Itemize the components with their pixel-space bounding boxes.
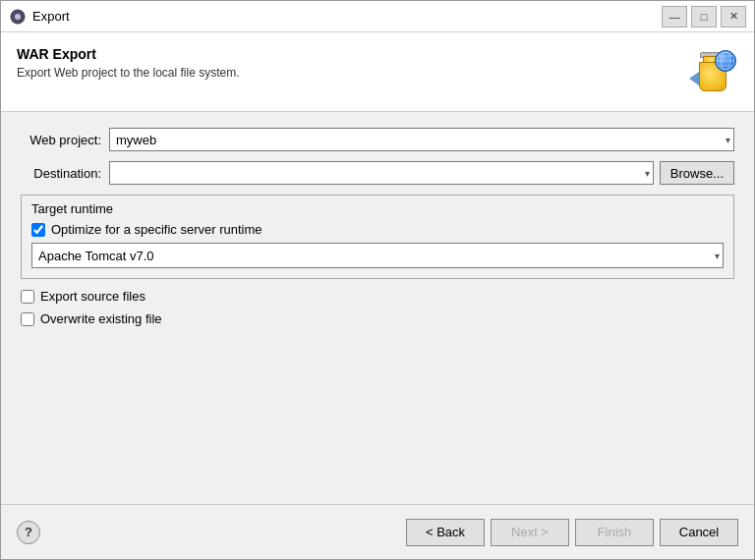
svg-point-1: [15, 14, 21, 20]
web-project-row: Web project: myweb ▾: [21, 128, 734, 151]
globe-badge: [715, 50, 736, 72]
header-text: WAR Export Export Web project to the loc…: [17, 46, 675, 80]
web-project-control: myweb ▾: [109, 128, 734, 151]
header-title: WAR Export: [17, 46, 675, 62]
window-title: Export: [32, 9, 662, 24]
destination-row: Destination: ▾ Browse...: [21, 161, 734, 185]
footer-left: ?: [17, 521, 406, 544]
optimize-checkbox[interactable]: [31, 223, 45, 237]
web-project-select-wrapper: myweb ▾: [109, 128, 734, 151]
web-project-select[interactable]: myweb: [109, 128, 734, 151]
header-description: Export Web project to the local file sys…: [17, 66, 675, 80]
arrow-badge: [689, 72, 699, 85]
content-section: Web project: myweb ▾ Destination: ▾: [1, 112, 754, 504]
export-source-row: Export source files: [21, 289, 734, 304]
help-button[interactable]: ?: [17, 521, 40, 544]
overwrite-label[interactable]: Overwrite existing file: [40, 311, 162, 326]
destination-label: Destination:: [21, 166, 109, 181]
window-icon: [9, 8, 27, 26]
war-icon: [687, 46, 738, 97]
target-runtime-title: Target runtime: [31, 201, 724, 216]
destination-select[interactable]: [109, 161, 654, 185]
target-runtime-group: Target runtime Optimize for a specific s…: [21, 195, 734, 279]
browse-button[interactable]: Browse...: [660, 161, 734, 185]
header-section: WAR Export Export Web project to the loc…: [1, 32, 754, 112]
destination-control: ▾ Browse...: [109, 161, 734, 185]
cancel-button[interactable]: Cancel: [660, 519, 738, 546]
runtime-select-wrapper: Apache Tomcat v7.0 Apache Tomcat v8.0 Ap…: [31, 243, 724, 268]
web-project-label: Web project:: [21, 133, 109, 147]
next-button[interactable]: Next >: [491, 519, 569, 546]
footer-section: ? < Back Next > Finish Cancel: [1, 504, 754, 559]
destination-select-wrapper: ▾: [109, 161, 654, 185]
footer-buttons: < Back Next > Finish Cancel: [406, 519, 738, 546]
maximize-button[interactable]: □: [691, 6, 717, 28]
back-button[interactable]: < Back: [406, 519, 485, 546]
overwrite-row: Overwrite existing file: [21, 311, 734, 326]
finish-button[interactable]: Finish: [575, 519, 654, 546]
minimize-button[interactable]: —: [662, 6, 687, 28]
export-source-checkbox[interactable]: [21, 290, 34, 304]
optimize-row: Optimize for a specific server runtime: [31, 222, 724, 237]
window-controls: — □ ✕: [662, 6, 746, 28]
export-source-label[interactable]: Export source files: [40, 289, 145, 304]
export-dialog: Export — □ ✕ WAR Export Export Web proje…: [0, 0, 755, 560]
title-bar: Export — □ ✕: [1, 1, 754, 32]
jar-graphic: [695, 52, 730, 91]
close-button[interactable]: ✕: [721, 6, 746, 28]
overwrite-checkbox[interactable]: [21, 312, 34, 326]
runtime-select[interactable]: Apache Tomcat v7.0 Apache Tomcat v8.0 Ap…: [31, 243, 724, 268]
optimize-label[interactable]: Optimize for a specific server runtime: [51, 222, 262, 237]
